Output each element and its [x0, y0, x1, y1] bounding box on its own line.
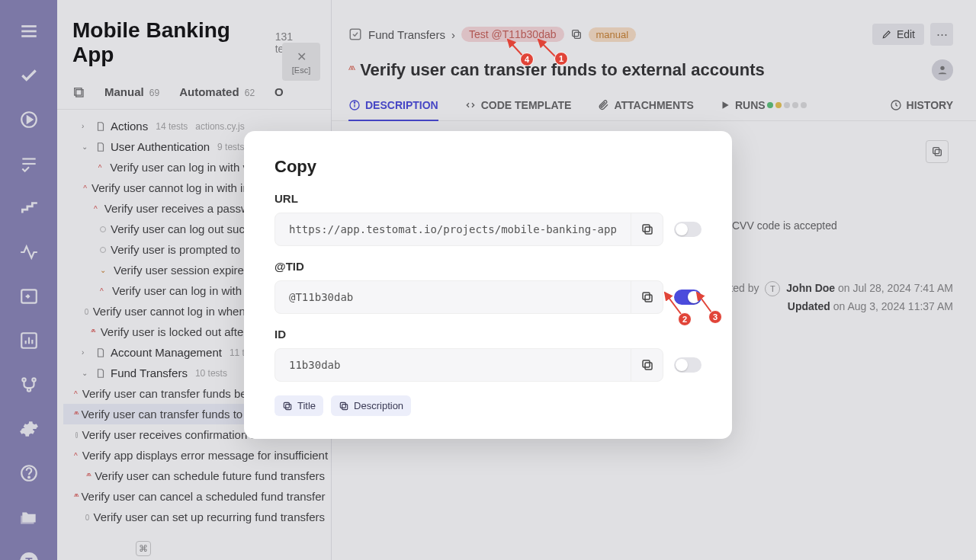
- steps-icon[interactable]: [19, 198, 39, 218]
- svg-rect-22: [574, 32, 580, 38]
- tab-manual[interactable]: Manual 69: [104, 85, 159, 98]
- copy-id-button[interactable]: [631, 348, 663, 382]
- svg-rect-32: [643, 225, 650, 232]
- detail-tabs: DESCRIPTION CODE TEMPLATE ATTACHMENTS RU…: [332, 93, 976, 121]
- help-icon[interactable]: [19, 463, 39, 483]
- priority-icon: ^^: [348, 64, 352, 76]
- svg-text:T: T: [25, 555, 33, 560]
- pencil-icon: [881, 29, 892, 40]
- code-icon: [464, 99, 477, 111]
- tid-input[interactable]: [275, 291, 631, 303]
- branch-icon[interactable]: [19, 375, 39, 395]
- breadcrumb-suite[interactable]: Fund Transfers: [368, 28, 445, 41]
- tab-code-template[interactable]: CODE TEMPLATE: [464, 99, 572, 120]
- svg-rect-37: [286, 404, 291, 409]
- paperclip-icon: [597, 99, 609, 111]
- test-row[interactable]: ^^Verify user can cancel a scheduled fun…: [63, 486, 331, 507]
- pulse-icon[interactable]: [19, 242, 39, 262]
- file-icon: [95, 142, 106, 152]
- svg-rect-35: [645, 363, 652, 370]
- id-field-wrap: [274, 348, 663, 382]
- svg-point-12: [22, 378, 25, 381]
- svg-rect-29: [935, 149, 941, 155]
- svg-point-24: [940, 66, 944, 70]
- svg-rect-23: [572, 30, 578, 37]
- history-icon: [890, 99, 902, 111]
- tid-field-wrap: [274, 280, 663, 314]
- copy-title-chip[interactable]: Title: [274, 395, 323, 416]
- test-row[interactable]: ^Verify app displays error message for i…: [63, 445, 331, 466]
- url-input[interactable]: [275, 223, 631, 235]
- svg-rect-36: [643, 360, 650, 367]
- stack-icon[interactable]: [72, 86, 85, 98]
- tab-automated[interactable]: Automated 62: [179, 85, 255, 98]
- keyboard-shortcut-icon[interactable]: ⌘: [136, 541, 151, 556]
- file-icon: [95, 121, 106, 132]
- analytics-icon[interactable]: [19, 331, 39, 350]
- check-icon[interactable]: [19, 66, 39, 85]
- test-title: Verify user can transfer funds to extern…: [360, 60, 924, 80]
- checklist-chip-icon: [348, 27, 362, 41]
- url-toggle[interactable]: [674, 222, 702, 237]
- svg-marker-28: [722, 101, 728, 108]
- manual-chip: manual: [589, 27, 637, 42]
- copy-description-chip[interactable]: Description: [331, 395, 411, 416]
- close-panel-button[interactable]: ✕ [Esc]: [282, 43, 320, 81]
- play-circle-icon[interactable]: [19, 110, 39, 130]
- annotation-number-4: 4: [520, 53, 534, 66]
- menu-icon[interactable]: [19, 21, 39, 41]
- tab-history[interactable]: HISTORY: [890, 99, 953, 120]
- more-button[interactable]: ⋯: [930, 23, 953, 46]
- checklist-icon[interactable]: [19, 154, 39, 174]
- test-row[interactable]: ^^Verify user can schedule future fund t…: [63, 466, 331, 486]
- id-input[interactable]: [275, 359, 631, 371]
- svg-rect-31: [645, 227, 652, 234]
- tab-other[interactable]: O: [274, 85, 284, 98]
- svg-rect-21: [350, 29, 361, 40]
- svg-rect-33: [645, 295, 652, 302]
- annotation-number-2: 2: [678, 312, 692, 326]
- breadcrumb: Fund Transfers › Test @T11b30dab manual …: [332, 0, 976, 52]
- play-icon: [720, 100, 730, 110]
- import-icon[interactable]: [19, 286, 39, 306]
- svg-rect-30: [933, 148, 939, 154]
- svg-rect-38: [284, 402, 289, 408]
- svg-rect-39: [342, 404, 348, 409]
- folders-icon[interactable]: [19, 507, 39, 527]
- brand-avatar-icon[interactable]: T: [19, 552, 39, 560]
- project-title: Mobile Banking App: [72, 18, 265, 67]
- avatar[interactable]: [932, 59, 953, 81]
- nav-rail: T: [0, 0, 57, 560]
- annotation-number-1: 1: [554, 52, 568, 66]
- tab-description[interactable]: DESCRIPTION: [348, 99, 438, 121]
- url-label: URL: [274, 192, 702, 205]
- annotation-number-3: 3: [708, 310, 722, 324]
- file-icon: [95, 347, 106, 358]
- svg-point-16: [28, 477, 30, 478]
- test-meta: Created by T John Doe on Jul 28, 2024 7:…: [707, 279, 953, 315]
- close-icon: ✕: [297, 50, 307, 64]
- svg-rect-34: [643, 293, 650, 299]
- breadcrumb-sep: ›: [451, 28, 455, 41]
- info-icon: [348, 99, 361, 111]
- copy-icon[interactable]: [570, 28, 583, 40]
- svg-marker-4: [27, 117, 32, 123]
- svg-point-13: [32, 378, 35, 381]
- test-row[interactable]: Verify user can set up recurring fund tr…: [63, 507, 331, 527]
- edit-button[interactable]: Edit: [872, 24, 924, 45]
- tab-attachments[interactable]: ATTACHMENTS: [597, 99, 693, 120]
- close-hint-label: [Esc]: [292, 66, 310, 75]
- id-label: ID: [274, 328, 702, 341]
- copy-modal: Copy URL @TID ID Title Description: [244, 131, 732, 439]
- gear-icon[interactable]: [19, 419, 39, 439]
- copy-url-button[interactable]: [631, 213, 663, 246]
- copy-description-button[interactable]: [926, 140, 949, 163]
- tab-runs[interactable]: RUNS: [720, 99, 807, 120]
- url-field-wrap: [274, 213, 663, 246]
- description-snippet: CVV code is accepted: [732, 219, 946, 232]
- svg-point-27: [354, 102, 355, 103]
- copy-tid-button[interactable]: [631, 280, 663, 314]
- tid-label: @TID: [274, 260, 702, 273]
- modal-title: Copy: [274, 157, 702, 177]
- id-toggle[interactable]: [674, 357, 702, 373]
